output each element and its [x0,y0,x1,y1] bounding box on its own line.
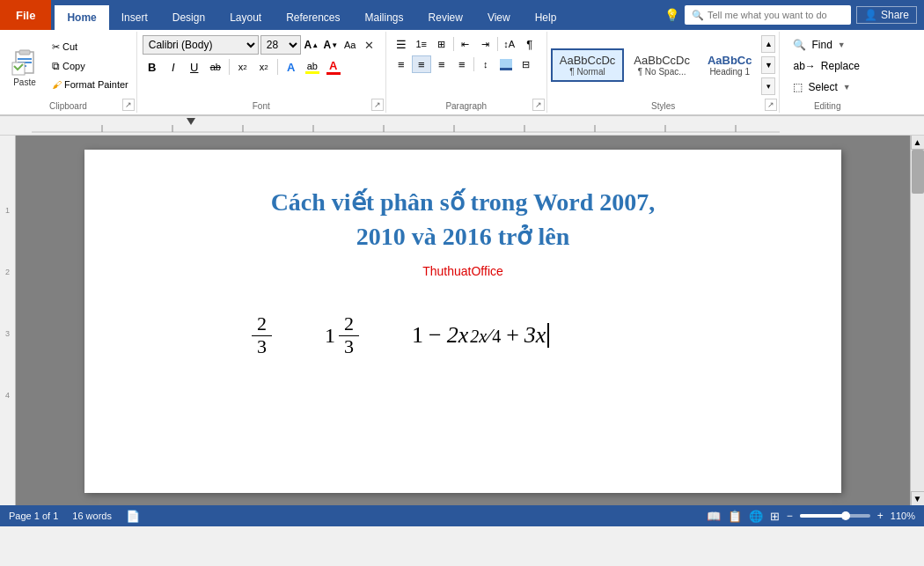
line-spacing-button[interactable]: ↕ [476,55,495,73]
style-normal[interactable]: AaBbCcDc ¶ Normal [551,48,625,82]
paragraph-label: Paragraph [386,101,546,111]
scroll-down-button[interactable]: ▼ [911,491,925,505]
vertical-scrollbar[interactable]: ▲ ▼ [910,136,924,505]
underline-button[interactable]: U [185,57,204,77]
borders-button[interactable]: ⊟ [517,55,536,73]
tab-review[interactable]: Review [416,5,475,30]
scroll-thumb[interactable] [912,150,924,194]
increase-indent-button[interactable]: ⇥ [476,35,495,53]
svg-rect-2 [18,58,32,60]
format-painter-icon: 🖌 [52,79,62,90]
find-button[interactable]: 🔍 Find ▼ [785,35,867,55]
editing-label: Editing [780,101,874,111]
bullets-button[interactable]: ☰ [392,35,411,53]
tell-me-input[interactable] [708,10,844,20]
styles-scroll-up[interactable]: ▲ [761,35,775,53]
ruler [0,116,924,136]
clipboard-group: Paste ✂ Cut ⧉ Copy 🖌 Format Painter ↗ Cl… [0,32,137,113]
replace-icon: ab→ [793,60,815,72]
svg-rect-7 [500,68,512,70]
align-left-button[interactable]: ≡ [392,55,411,73]
find-label: Find [811,39,832,51]
share-button[interactable]: 👤 Share [856,6,917,24]
style-no-spacing-name: ¶ No Spac... [638,67,686,77]
zoom-in-button[interactable]: + [877,510,884,522]
left-margin: 1 2 3 4 [0,136,16,505]
web-layout-button[interactable]: 🌐 [749,510,763,523]
zoom-out-button[interactable]: − [787,510,793,522]
style-no-spacing[interactable]: AaBbCcDc ¶ No Spac... [626,49,698,81]
word-count: 16 words [72,511,112,521]
italic-button[interactable]: I [164,57,183,77]
tab-home[interactable]: Home [55,5,108,30]
svg-rect-6 [500,59,512,68]
lightbulb-icon: 💡 [664,8,679,22]
scroll-up-button[interactable]: ▲ [911,136,925,150]
styles-group: AaBbCcDc ¶ Normal AaBbCcDc ¶ No Spac... … [547,32,781,113]
select-label: Select [808,81,837,93]
styles-scroll-down[interactable]: ▼ [761,56,775,74]
subscript-button[interactable]: x2 [233,57,253,77]
clear-formatting-button[interactable]: ✕ [361,36,378,54]
complex-expression: 1 − 2x 2x ⁄ 4 + 3x [412,322,549,349]
multilevel-button[interactable]: ⊞ [432,35,451,53]
styles-label: Styles [547,101,780,111]
document-subtitle: ThuthuatOffice [146,264,780,278]
show-hide-button[interactable]: ¶ [520,35,539,53]
format-painter-button[interactable]: 🖌 Format Painter [48,77,133,92]
math-area: 2 3 1 2 3 1 − 2x [146,313,780,357]
numbering-button[interactable]: 1≡ [412,35,431,53]
tab-design[interactable]: Design [160,5,217,30]
cut-button[interactable]: ✂ Cut [48,39,133,55]
superscript-button[interactable]: x2 [254,57,274,77]
font-group: Calibri (Body) 28 A▲ A▼ Aa ✕ B I U ab x2… [137,32,386,113]
scroll-track[interactable] [911,150,924,491]
font-size-select[interactable]: 28 [260,35,301,55]
style-heading1[interactable]: AaBbCc Heading 1 [700,49,760,81]
paste-button[interactable]: Paste [4,33,46,97]
page[interactable]: Cách viết phân số trong Word 2007, 2010 … [84,150,841,493]
justify-button[interactable]: ≡ [452,55,472,73]
grow-font-button[interactable]: A▲ [303,36,320,54]
document-title: Cách viết phân số trong Word 2007, 2010 … [146,185,780,254]
document-area: Cách viết phân số trong Word 2007, 2010 … [16,136,910,505]
shrink-font-button[interactable]: A▼ [322,36,340,54]
sort-button[interactable]: ↕A [500,35,519,53]
shading-button[interactable] [496,55,516,73]
align-center-button[interactable]: ≡ [412,55,431,73]
change-case-button[interactable]: Aa [341,36,359,54]
tell-me-box[interactable]: 🔍 [685,5,851,25]
focus-button[interactable]: ⊞ [770,510,780,523]
editing-group: 🔍 Find ▼ ab→ Replace ⬚ Select ▼ Editing [780,32,874,113]
select-button[interactable]: ⬚ Select ▼ [785,77,867,97]
styles-more[interactable]: ▾ [761,77,775,95]
format-painter-label: Format Painter [64,79,128,90]
font-color-button[interactable]: A [324,57,343,77]
tab-layout[interactable]: Layout [217,5,274,30]
read-mode-button[interactable]: 📖 [707,510,721,523]
align-right-button[interactable]: ≡ [432,55,451,73]
find-icon: 🔍 [793,39,806,51]
select-icon: ⬚ [793,81,803,93]
paste-label: Paste [13,77,36,87]
tab-view[interactable]: View [475,5,523,30]
zoom-slider-track[interactable] [800,514,870,518]
tab-insert[interactable]: Insert [109,5,160,30]
font-name-select[interactable]: Calibri (Body) [143,35,259,55]
copy-icon: ⧉ [52,60,60,72]
tab-references[interactable]: References [274,5,352,30]
tab-mailings[interactable]: Mailings [353,5,416,30]
bold-button[interactable]: B [143,57,162,77]
style-no-spacing-preview: AaBbCcDc [634,54,690,67]
text-effects-button[interactable]: A [282,57,301,77]
copy-button[interactable]: ⧉ Copy [48,57,133,75]
style-heading1-name: Heading 1 [709,67,750,77]
file-tab[interactable]: File [0,0,51,30]
page-info: Page 1 of 1 [9,511,58,521]
highlight-color-button[interactable]: ab [303,57,322,77]
tab-help[interactable]: Help [523,5,569,30]
strikethrough-button[interactable]: ab [206,57,225,77]
decrease-indent-button[interactable]: ⇤ [456,35,475,53]
replace-button[interactable]: ab→ Replace [785,56,867,76]
print-layout-button[interactable]: 📋 [728,510,742,523]
